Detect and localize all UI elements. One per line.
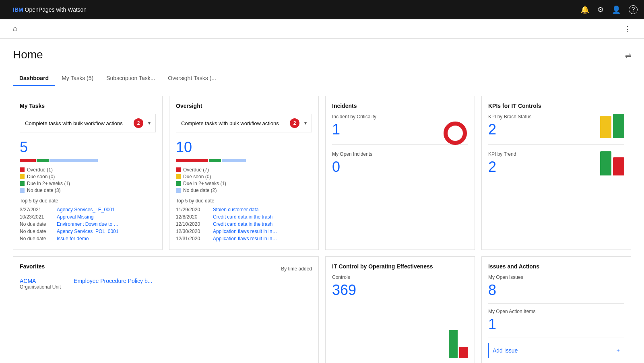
- task-link[interactable]: Credit card data in the trash: [213, 221, 272, 227]
- task-link[interactable]: Stolen customer data: [213, 207, 258, 212]
- no-due-bar: [50, 159, 98, 162]
- favorite-link[interactable]: ACMA: [20, 278, 61, 284]
- tab-bar: Dashboard My Tasks (5) Subscription Task…: [13, 71, 631, 86]
- oversight-section-label: Top 5 by due date: [176, 198, 312, 204]
- task-link[interactable]: Environment Down due to Pat...: [57, 221, 121, 227]
- open-issues-label: My Open Issues: [488, 274, 624, 280]
- add-issue-button[interactable]: Add Issue +: [488, 343, 624, 358]
- task-date: 10/23/2021: [20, 214, 52, 220]
- chevron-down-icon: ▾: [304, 120, 307, 126]
- open-actions-label: My Open Action Items: [488, 309, 624, 314]
- list-item: No due date Environment Down due to Pat.…: [20, 221, 156, 227]
- incidents-title: Incidents: [332, 103, 468, 109]
- legend-no-due-label: No due date (3): [27, 188, 60, 193]
- task-date: No due date: [20, 236, 52, 241]
- due-soon-bar: [37, 159, 49, 162]
- it-control-label: Controls: [332, 274, 468, 280]
- list-item: No due date Issue for demo: [20, 236, 156, 241]
- legend-due-soon-label: Due soon (0): [27, 174, 55, 179]
- task-date: 11/29/2020: [176, 207, 208, 212]
- app-title: IBM OpenPages with Watson: [13, 6, 87, 13]
- user-icon[interactable]: 👤: [612, 5, 621, 14]
- legend-due-soon-o: Due soon (0): [176, 174, 312, 179]
- legend-dot: [176, 167, 181, 172]
- task-date: 12/10/2020: [176, 221, 208, 227]
- kpi-trend-bar-green: [600, 151, 611, 175]
- kpi-brach-bars: [600, 114, 624, 138]
- add-issue-plus-icon: +: [617, 347, 620, 354]
- my-tasks-badge: 2: [134, 118, 143, 128]
- favorite-item: ACMA Organisational Unit: [20, 278, 61, 290]
- my-tasks-title: My Tasks: [20, 103, 156, 109]
- kpi-trend-section: KPI by Trend 2: [488, 151, 624, 182]
- filter-icon[interactable]: ⇌: [625, 52, 631, 60]
- overdue-bar-o: [176, 159, 208, 162]
- kpi-trend-value: 2: [488, 159, 516, 175]
- it-control-bar-green: [449, 330, 458, 358]
- oversight-title: Oversight: [176, 103, 312, 109]
- task-link[interactable]: Application flaws result in inc...: [213, 229, 277, 234]
- task-date: No due date: [20, 229, 52, 234]
- legend-no-due: No due date (3): [20, 188, 156, 193]
- my-tasks-action-bar[interactable]: Complete tasks with bulk workflow action…: [20, 114, 156, 132]
- my-tasks-section-label: Top 5 by due date: [20, 198, 156, 204]
- legend-due-weeks-o: Due in 2+ weeks (1): [176, 181, 312, 186]
- my-tasks-action-text: Complete tasks with bulk workflow action…: [25, 120, 134, 126]
- issues-card: Issues and Actions My Open Issues 8 My O…: [481, 256, 631, 363]
- it-control-title: IT Control by Operating Effectiveness: [332, 263, 468, 270]
- donut-chart: [442, 120, 468, 146]
- kpi-bar-yellow: [600, 116, 611, 138]
- kpi-brach-value: 2: [488, 121, 531, 138]
- settings-icon[interactable]: ⚙: [597, 5, 604, 14]
- oversight-card: Oversight Complete tasks with bulk workf…: [169, 96, 319, 250]
- task-link[interactable]: Application flaws result in inc...: [213, 236, 277, 241]
- favorite-link[interactable]: Employee Procedure Policy b...: [74, 278, 152, 284]
- oversight-action-bar[interactable]: Complete tasks with bulk workflow action…: [176, 114, 312, 132]
- chevron-down-icon: ▾: [148, 120, 151, 126]
- incidents-open-section: My Open Incidents 0: [332, 151, 468, 182]
- favorite-item: Employee Procedure Policy b...: [74, 278, 152, 290]
- it-control-value: 369: [332, 282, 468, 299]
- tab-dashboard[interactable]: Dashboard: [13, 71, 55, 86]
- oversight-bar: [176, 159, 312, 162]
- incidents-criticality-section: Incident by Criticality 1: [332, 114, 468, 145]
- tab-subscription[interactable]: Subscription Task...: [100, 71, 161, 86]
- task-date: 12/30/2020: [176, 229, 208, 234]
- svg-point-5: [450, 128, 461, 139]
- issues-title: Issues and Actions: [488, 263, 624, 270]
- favorites-list: ACMA Organisational Unit Employee Proced…: [20, 278, 312, 290]
- legend-label: Due soon (0): [183, 174, 211, 179]
- legend-overdue-dot: [20, 167, 25, 172]
- help-icon[interactable]: ?: [629, 5, 638, 14]
- overflow-menu-icon[interactable]: ⋮: [624, 25, 631, 33]
- tab-my-tasks[interactable]: My Tasks (5): [55, 71, 100, 86]
- incidents-criticality-label: Incident by Criticality: [332, 114, 468, 120]
- oversight-list: 11/29/2020 Stolen customer data 12/8/202…: [176, 207, 312, 241]
- open-issues-section: My Open Issues 8: [488, 274, 624, 304]
- kpi-trend-bars: [600, 151, 624, 175]
- it-control-card: IT Control by Operating Effectiveness Co…: [325, 256, 475, 363]
- legend-overdue-label: Overdue (1): [27, 167, 53, 173]
- legend-no-due-dot: [20, 188, 25, 193]
- task-link[interactable]: Issue for demo: [57, 236, 89, 241]
- home-icon[interactable]: ⌂: [13, 25, 17, 33]
- my-tasks-legend: Overdue (1) Due soon (0) Due in 2+ weeks…: [20, 167, 156, 193]
- due-weeks-bar-o: [209, 159, 221, 162]
- task-link[interactable]: Agency Services_POL_0001: [57, 229, 118, 234]
- oversight-legend: Overdue (7) Due soon (0) Due in 2+ weeks…: [176, 167, 312, 193]
- kpis-title: KPIs for IT Controls: [488, 103, 624, 109]
- bell-icon[interactable]: 🔔: [580, 5, 589, 14]
- task-link[interactable]: Agency Services_LE_0001: [57, 207, 115, 212]
- tab-oversight[interactable]: Oversight Tasks (...: [161, 71, 223, 86]
- legend-dot: [176, 181, 181, 186]
- favorites-sort: By time added: [281, 266, 312, 272]
- task-link[interactable]: Credit card data in the trash: [213, 214, 272, 220]
- legend-due-soon-dot: [20, 174, 25, 179]
- breadcrumb-bar: ⌂ ⋮: [0, 19, 644, 39]
- legend-dot: [176, 174, 181, 179]
- legend-label: Overdue (7): [183, 167, 209, 173]
- task-date: 12/8/2020: [176, 214, 208, 220]
- task-link[interactable]: Approval Missing: [57, 214, 93, 220]
- oversight-count: 10: [176, 139, 312, 156]
- kpi-brach-section: KPI by Brach Status 2: [488, 114, 624, 145]
